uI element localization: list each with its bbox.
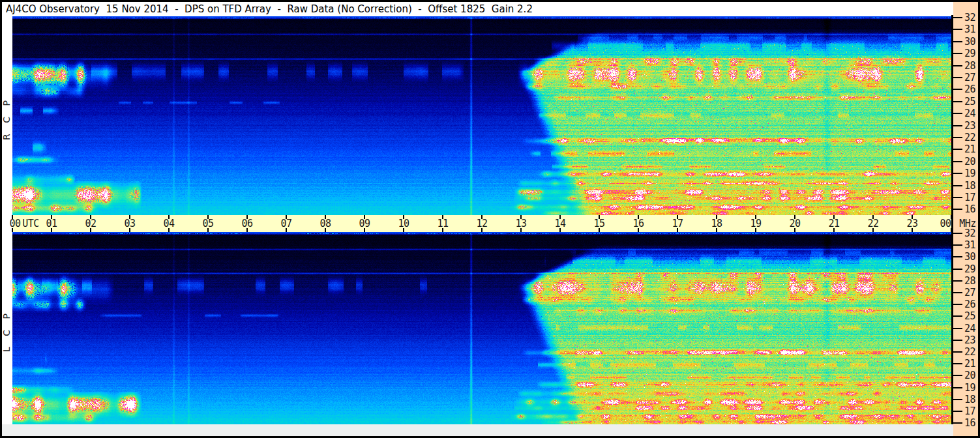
freq-label: 30 bbox=[964, 251, 977, 263]
hour-label: 21 bbox=[828, 217, 839, 230]
freq-tick bbox=[952, 197, 962, 198]
hour-label: 13 bbox=[515, 217, 526, 230]
freq-label: 19 bbox=[964, 168, 977, 179]
hour-label: 17 bbox=[672, 217, 683, 230]
hour-label: 19 bbox=[750, 217, 761, 230]
freq-label: 19 bbox=[964, 382, 977, 394]
rcp-polarization-label: R C P bbox=[1, 82, 12, 155]
freq-label: 17 bbox=[964, 405, 977, 417]
hour-label: 14 bbox=[554, 217, 565, 230]
freq-tick bbox=[952, 387, 962, 388]
hour-label: 09 bbox=[359, 217, 370, 230]
hour-label: 16 bbox=[632, 217, 644, 230]
hour-label: 00 bbox=[9, 217, 20, 230]
hour-label: 03 bbox=[124, 217, 135, 230]
freq-tick bbox=[952, 185, 962, 186]
freq-label: 29 bbox=[964, 263, 977, 275]
freq-tick bbox=[952, 149, 962, 150]
freq-tick bbox=[952, 161, 962, 162]
hour-label: 23 bbox=[906, 217, 917, 230]
freq-tick bbox=[952, 41, 962, 42]
freq-tick bbox=[952, 351, 962, 353]
hour-label: 06 bbox=[241, 217, 252, 230]
freq-label: 16 bbox=[964, 203, 977, 215]
freq-tick bbox=[952, 328, 962, 329]
freq-label: 22 bbox=[964, 132, 977, 143]
hour-label: 11 bbox=[437, 217, 448, 230]
bottom-margin bbox=[2, 424, 953, 436]
freq-tick bbox=[952, 244, 962, 246]
freq-label: 21 bbox=[964, 143, 977, 155]
freq-tick bbox=[952, 113, 962, 114]
freq-label: 18 bbox=[964, 394, 977, 405]
freq-tick bbox=[952, 89, 962, 90]
rcp-spectrogram bbox=[12, 16, 951, 215]
freq-label: 18 bbox=[964, 180, 977, 192]
freq-tick bbox=[952, 77, 962, 78]
utc-unit-label: UTC bbox=[22, 217, 39, 230]
freq-label: 21 bbox=[964, 358, 977, 370]
hour-label: 12 bbox=[476, 217, 487, 230]
hour-label: 00 bbox=[940, 217, 951, 230]
hour-label: 20 bbox=[789, 217, 800, 230]
lcp-spectrogram bbox=[12, 232, 951, 424]
freq-tick bbox=[952, 315, 962, 317]
freq-tick bbox=[952, 280, 962, 282]
hour-label: 02 bbox=[85, 217, 96, 230]
freq-tick bbox=[952, 304, 962, 305]
freq-label: 24 bbox=[964, 108, 977, 119]
freq-tick bbox=[952, 256, 962, 257]
hour-label: 10 bbox=[398, 217, 409, 230]
title-bar: AJ4CO Observatory 15 Nov 2014 - DPS on T… bbox=[2, 2, 953, 16]
freq-tick bbox=[952, 173, 962, 174]
freq-tick bbox=[952, 29, 962, 30]
freq-label: 32 bbox=[964, 12, 977, 23]
window-title: AJ4CO Observatory 15 Nov 2014 - DPS on T… bbox=[6, 3, 533, 16]
freq-tick bbox=[952, 363, 962, 364]
freq-label: 23 bbox=[964, 120, 977, 132]
freq-tick bbox=[952, 422, 962, 424]
freq-label: 26 bbox=[964, 299, 977, 310]
freq-tick bbox=[952, 411, 962, 412]
freq-label: 28 bbox=[964, 60, 977, 72]
freq-label: 30 bbox=[964, 36, 977, 48]
mhz-unit-label: MHz bbox=[959, 217, 976, 230]
freq-tick bbox=[952, 125, 962, 126]
freq-label: 28 bbox=[964, 275, 977, 287]
freq-tick bbox=[952, 17, 962, 18]
freq-label: 24 bbox=[964, 323, 977, 334]
app-window: AJ4CO Observatory 15 Nov 2014 - DPS on T… bbox=[0, 0, 980, 438]
hour-label: 04 bbox=[163, 217, 174, 230]
freq-label: 26 bbox=[964, 83, 977, 95]
freq-label: 31 bbox=[964, 239, 977, 251]
hour-label: 15 bbox=[593, 217, 604, 230]
freq-label: 25 bbox=[964, 310, 977, 322]
hour-label: 07 bbox=[280, 217, 291, 230]
freq-label: 29 bbox=[964, 48, 977, 59]
freq-label: 27 bbox=[964, 72, 977, 83]
freq-label: 22 bbox=[964, 346, 977, 358]
freq-tick bbox=[952, 399, 962, 400]
freq-tick bbox=[952, 137, 962, 138]
freq-label: 20 bbox=[964, 156, 977, 168]
freq-label: 17 bbox=[964, 192, 977, 203]
lcp-polarization-label: L C P bbox=[1, 295, 12, 368]
hour-label: 08 bbox=[319, 217, 331, 230]
hour-label: 05 bbox=[202, 217, 213, 230]
freq-tick bbox=[952, 65, 962, 66]
freq-tick bbox=[952, 269, 962, 270]
freq-label: 16 bbox=[964, 417, 977, 429]
freq-label: 31 bbox=[964, 23, 977, 35]
freq-tick bbox=[952, 209, 962, 210]
hour-label: 01 bbox=[46, 217, 57, 230]
freq-label: 27 bbox=[964, 287, 977, 299]
freq-tick bbox=[952, 340, 962, 341]
freq-tick bbox=[952, 101, 962, 102]
hour-label: 22 bbox=[867, 217, 878, 230]
freq-label: 25 bbox=[964, 96, 977, 108]
freq-tick bbox=[952, 53, 962, 54]
freq-tick bbox=[952, 375, 962, 376]
freq-tick bbox=[952, 233, 962, 234]
freq-label: 23 bbox=[964, 334, 977, 346]
hour-label: 18 bbox=[711, 217, 722, 230]
